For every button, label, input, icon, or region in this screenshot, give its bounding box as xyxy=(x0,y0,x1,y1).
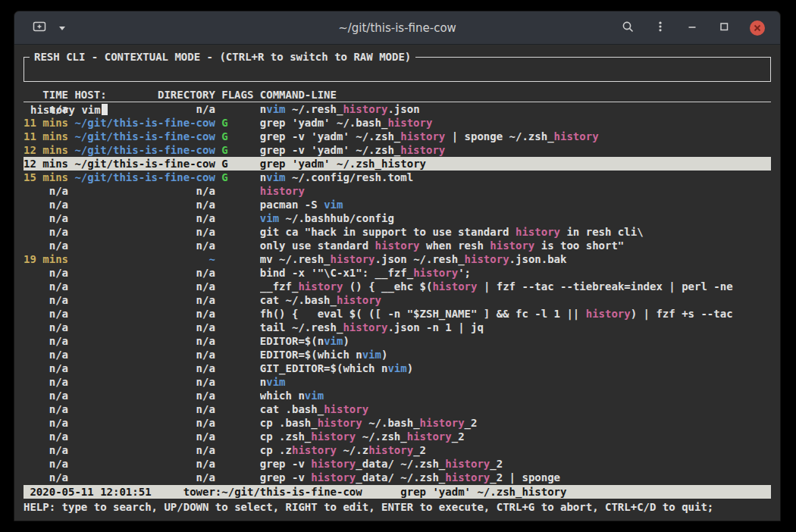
match-history: history xyxy=(413,267,458,279)
row-time: n/a xyxy=(24,198,68,211)
command-text: grep -v 'yadm' ~/.zsh_ xyxy=(260,144,400,156)
row-time: n/a xyxy=(24,334,68,348)
history-row[interactable]: n/an/acat ~/.bash_history xyxy=(24,293,771,307)
command-text: .json ~/.resh_ xyxy=(375,253,465,265)
match-history: history xyxy=(407,430,452,443)
command-text: cat .bash_ xyxy=(260,403,324,415)
row-time: n/a xyxy=(24,348,68,361)
history-row[interactable]: n/an/acp .bash_history ~/.bash_history_2 xyxy=(24,416,771,430)
row-flags xyxy=(221,430,253,443)
history-row[interactable]: n/an/awhich nvim xyxy=(24,389,771,402)
history-row[interactable]: n/an/acp .zhistory ~/.zhistory_2 xyxy=(24,443,771,457)
row-command: bind -x '"\C-x1": __fzf_history'; xyxy=(260,266,771,280)
row-command: grep -v 'yadm' ~/.zsh_history xyxy=(260,143,771,157)
match-vim: vim xyxy=(324,199,343,211)
row-command: only use standard history when resh hist… xyxy=(260,239,771,252)
close-button[interactable] xyxy=(748,19,766,37)
row-command: pacman -S vim xyxy=(260,198,771,211)
search-query-text: history vim xyxy=(30,104,101,116)
history-row[interactable]: n/an/aGIT_EDITOR=$(which nvim) xyxy=(24,361,771,375)
history-row[interactable]: n/an/apacman -S vim xyxy=(24,198,771,211)
titlebar-left-controls xyxy=(14,19,67,36)
terminal-window: ~/git/this-is-fine-cow xyxy=(14,11,781,521)
new-tab-button[interactable] xyxy=(31,19,48,36)
history-row[interactable]: n/an/aonly use standard history when res… xyxy=(24,239,771,252)
command-text: | fzf --tac --tiebreak=index | perl -ne xyxy=(477,280,732,293)
command-text: grep -v xyxy=(260,458,311,470)
row-time: 12 mins xyxy=(24,143,68,157)
command-text: grep 'yadm' ~/.zsh_ xyxy=(260,158,381,170)
history-row[interactable]: n/an/atail ~/.resh_history.json -n 1 | j… xyxy=(24,321,771,334)
row-directory: n/a xyxy=(74,184,215,198)
text-cursor xyxy=(102,104,108,115)
row-flags xyxy=(221,184,253,198)
row-time: n/a xyxy=(24,211,68,225)
row-directory: n/a xyxy=(74,266,215,280)
menu-button[interactable] xyxy=(653,19,668,36)
command-text: _2 xyxy=(452,430,465,443)
command-text: ~/.z xyxy=(337,444,368,456)
row-time: n/a xyxy=(24,416,68,430)
history-row[interactable]: n/an/agit ca "hack in support to use sta… xyxy=(24,225,771,239)
history-row[interactable]: n/an/agrep -v history_data/ ~/.zsh_histo… xyxy=(24,471,771,484)
row-time: n/a xyxy=(24,239,68,252)
command-text: ) xyxy=(407,362,413,374)
titlebar: ~/git/this-is-fine-cow xyxy=(14,11,780,45)
command-text: ) xyxy=(343,335,349,347)
row-directory: n/a xyxy=(74,430,215,443)
row-time: n/a xyxy=(24,430,68,443)
match-history: history xyxy=(381,158,426,170)
history-row[interactable]: 15 mins~/git/this-is-fine-cowGnvim ~/.co… xyxy=(24,171,771,184)
new-tab-dropdown-button[interactable] xyxy=(57,20,67,35)
row-time: 12 mins xyxy=(24,157,68,171)
row-command: fh() { eval $( ([ -n "$ZSH_NAME" ] && fc… xyxy=(260,307,771,321)
row-flags xyxy=(221,416,253,430)
history-row[interactable]: 12 mins~/git/this-is-fine-cowGgrep 'yadm… xyxy=(24,157,771,171)
history-row[interactable]: n/an/aEDITOR=$(which nvim) xyxy=(24,348,771,361)
match-vim: vim xyxy=(266,376,285,388)
history-row[interactable]: n/an/afh() { eval $( ([ -n "$ZSH_NAME" ]… xyxy=(24,307,771,321)
command-text: _data/ ~/.zsh_ xyxy=(356,471,445,483)
history-row[interactable]: n/an/aEDITOR=$(nvim) xyxy=(24,334,771,348)
command-text: ~/.bash_ xyxy=(362,417,420,429)
history-row[interactable]: 12 mins~/git/this-is-fine-cowGgrep -v 'y… xyxy=(24,143,771,157)
row-directory: ~ xyxy=(74,252,215,266)
match-history: history xyxy=(375,239,420,252)
history-row[interactable]: n/an/avim ~/.bashhub/config xyxy=(24,211,771,225)
row-command: cp .zhistory ~/.zhistory_2 xyxy=(260,443,771,457)
new-tab-icon xyxy=(33,20,46,35)
row-directory: n/a xyxy=(74,334,215,348)
row-time: n/a xyxy=(24,266,68,280)
kebab-menu-icon xyxy=(654,20,666,35)
row-flags xyxy=(221,293,253,307)
maximize-button[interactable] xyxy=(716,19,732,36)
match-history: history xyxy=(465,253,509,265)
history-row[interactable]: n/an/abind -x '"\C-x1": __fzf_history'; xyxy=(24,266,771,280)
search-input[interactable]: history vim xyxy=(30,103,764,117)
row-flags xyxy=(221,443,253,457)
command-text: ) xyxy=(381,349,387,361)
match-history: history xyxy=(311,458,356,470)
search-button[interactable] xyxy=(620,19,636,37)
row-command: grep -v history_data/ ~/.zsh_history_2 xyxy=(260,457,771,471)
command-text: which n xyxy=(260,390,305,402)
status-location: tower:~/git/this-is-fine-cow xyxy=(183,485,362,499)
history-row[interactable]: n/an/anvim xyxy=(24,375,771,389)
row-directory: n/a xyxy=(74,211,215,225)
command-text: .json.bak xyxy=(509,253,567,265)
history-row[interactable]: n/an/acp .zsh_history ~/.zsh_history_2 xyxy=(24,430,771,443)
search-icon xyxy=(622,20,635,36)
row-command: mv ~/.resh_history.json ~/.resh_history.… xyxy=(260,252,771,266)
row-command: grep -v history_data/ ~/.zsh_history_2 |… xyxy=(260,471,771,484)
minimize-button[interactable] xyxy=(685,19,700,36)
row-directory: ~/git/this-is-fine-cow xyxy=(74,157,215,171)
history-row[interactable]: n/an/a__fzf_history () { __ehc $(history… xyxy=(24,280,771,293)
history-row[interactable]: n/an/ahistory xyxy=(24,184,771,198)
history-row[interactable]: n/an/agrep -v history_data/ ~/.zsh_histo… xyxy=(24,457,771,471)
match-history: history xyxy=(292,444,337,456)
row-directory: n/a xyxy=(74,416,215,430)
history-row[interactable]: n/an/acat .bash_history xyxy=(24,402,771,416)
match-history: history xyxy=(343,321,387,333)
row-flags xyxy=(221,402,253,416)
history-row[interactable]: 19 mins~mv ~/.resh_history.json ~/.resh_… xyxy=(24,252,771,266)
